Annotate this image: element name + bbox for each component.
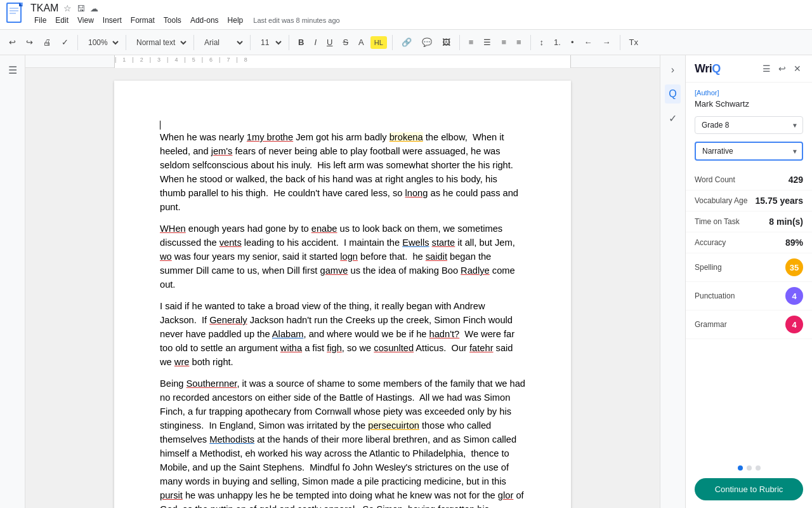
- wriq-footer: Continue to Rubric: [686, 458, 812, 508]
- menu-help[interactable]: Help: [224, 14, 247, 27]
- word-count-row: Word Count 429: [686, 170, 812, 190]
- paragraph-4: Being Southernner, it was a source of sh…: [160, 377, 525, 508]
- error-span-20: Southernner: [187, 378, 237, 389]
- wriq-back-button[interactable]: ↩: [776, 62, 788, 76]
- sidebar-pages-button[interactable]: ☰: [4, 60, 21, 80]
- wriq-header-icons: ☰ ↩ ✕: [761, 62, 803, 76]
- menu-addons[interactable]: Add-ons: [187, 14, 223, 27]
- dot-2[interactable]: [747, 465, 752, 471]
- svg-rect-3: [10, 10, 18, 11]
- bold-button[interactable]: B: [294, 35, 308, 50]
- font-size-select[interactable]: 11101214: [256, 36, 284, 50]
- error-span-7: starte: [432, 237, 455, 248]
- time-row: Time on Task 8 min(s): [686, 211, 812, 232]
- doc-title[interactable]: TKAM: [30, 3, 58, 14]
- star-icon[interactable]: ☆: [63, 3, 72, 13]
- word-count-label: Word Count: [695, 175, 735, 184]
- italic-button[interactable]: I: [310, 35, 320, 50]
- link-span-2: Alabam: [272, 329, 304, 339]
- divider-8: [530, 35, 531, 50]
- wriq-panel: WriQ ☰ ↩ ✕ [Author] Mark Schwartz Grade …: [685, 55, 812, 508]
- wriq-toggle-button[interactable]: Q: [665, 84, 680, 104]
- metrics-section: Word Count 429 Vocabulary Age 15.75 year…: [686, 164, 812, 344]
- spellcheck-button[interactable]: ✓: [58, 35, 72, 50]
- error-span-22: glor: [498, 490, 513, 500]
- text-cursor: [160, 121, 160, 130]
- mode-dropdown[interactable]: Narrative Informative Argumentative ▼: [695, 142, 803, 161]
- error-span-12: Radlye: [461, 265, 490, 276]
- dot-3[interactable]: [756, 465, 761, 471]
- indent-decrease-button[interactable]: ←: [580, 35, 596, 50]
- menu-file[interactable]: File: [30, 14, 50, 27]
- font-select[interactable]: ArialTimes New RomanVerdana: [199, 36, 245, 50]
- dot-1[interactable]: [738, 465, 743, 471]
- toolbar: ↩ ↪ 🖨 ✓ 100%75%125% Normal textHeading 1…: [0, 30, 812, 55]
- image-button[interactable]: 🖼: [438, 35, 454, 50]
- continue-to-rubric-button[interactable]: Continue to Rubric: [695, 478, 803, 500]
- numbered-list-button[interactable]: 1.: [550, 35, 565, 50]
- link-span-3: Methodists: [209, 434, 254, 444]
- comment-button[interactable]: 💬: [418, 35, 436, 50]
- grade-dropdown[interactable]: Grade 8 Grade 6 Grade 7 Grade 9 Grade 10…: [695, 116, 803, 134]
- wriq-close-button[interactable]: ✕: [792, 62, 803, 76]
- link-button[interactable]: 🔗: [398, 35, 416, 50]
- indent-increase-button[interactable]: →: [599, 35, 615, 50]
- highlight-span: brokena: [390, 132, 423, 142]
- error-span-9: logn: [340, 251, 358, 262]
- menu-edit[interactable]: Edit: [51, 14, 72, 27]
- divider-6: [392, 35, 393, 50]
- paragraph-1: When he was nearly 1my brothe Jem got hi…: [160, 130, 525, 214]
- cloud-icon: ☁: [90, 4, 98, 13]
- align-left-button[interactable]: ≡: [465, 35, 478, 50]
- menu-tools[interactable]: Tools: [160, 14, 185, 27]
- justify-button[interactable]: ≡: [513, 35, 525, 50]
- redo-button[interactable]: ↪: [22, 35, 37, 50]
- divider-1: [77, 35, 78, 50]
- error-span-5: enabe: [311, 224, 337, 234]
- menu-view[interactable]: View: [74, 14, 98, 27]
- align-right-button[interactable]: ≡: [497, 35, 510, 50]
- document-page[interactable]: When he was nearly 1my brothe Jem got hi…: [114, 81, 571, 508]
- menu-insert[interactable]: Insert: [99, 14, 126, 27]
- doc-title-area: TKAM ☆ 🖫 ☁ File Edit View Insert Format …: [30, 3, 340, 27]
- mode-select[interactable]: Narrative Informative Argumentative: [695, 142, 803, 161]
- punctuation-badge: 4: [785, 287, 803, 305]
- error-span-8: wo: [160, 251, 172, 262]
- menu-format[interactable]: Format: [127, 14, 159, 27]
- svg-rect-4: [10, 13, 16, 14]
- top-bar: TKAM ☆ 🖫 ☁ File Edit View Insert Format …: [0, 0, 812, 30]
- ruler: | 1 | 2 | 3 | 4 | 5 | 6 | 7 | 8: [25, 55, 660, 68]
- grammar-row: Grammar 4: [686, 311, 812, 339]
- check-button[interactable]: ✓: [665, 109, 681, 128]
- error-span: 1my brothe: [247, 132, 293, 142]
- document-area[interactable]: | 1 | 2 | 3 | 4 | 5 | 6 | 7 | 8 When he …: [25, 55, 660, 508]
- grammar-label: Grammar: [695, 320, 727, 329]
- divider-5: [289, 35, 289, 50]
- undo-button[interactable]: ↩: [5, 35, 20, 50]
- error-span-14: hadn't?: [429, 329, 460, 339]
- print-button[interactable]: 🖨: [39, 35, 55, 50]
- line-spacing-button[interactable]: ↕: [536, 35, 548, 50]
- bullet-list-button[interactable]: •: [567, 35, 578, 50]
- divider-4: [250, 35, 251, 50]
- highlight-button[interactable]: HL: [370, 36, 387, 49]
- style-select[interactable]: Normal textHeading 1Heading 2: [131, 36, 188, 50]
- grade-select[interactable]: Grade 8 Grade 6 Grade 7 Grade 9 Grade 10: [695, 116, 803, 134]
- zoom-select[interactable]: 100%75%125%: [83, 36, 121, 50]
- text-color-button[interactable]: A: [355, 35, 368, 50]
- spelling-label: Spelling: [695, 263, 722, 272]
- clear-formatting-button[interactable]: Tx: [625, 35, 642, 50]
- docs-logo: [5, 3, 25, 27]
- paragraph-2: WHen enough years had gone by to enabe u…: [160, 222, 525, 291]
- error-span-16: figh: [327, 343, 342, 353]
- strikethrough-button[interactable]: S: [339, 35, 352, 50]
- highlight-2: persecuirton: [368, 420, 419, 431]
- underline-button[interactable]: U: [323, 35, 336, 50]
- grammar-badge: 4: [785, 316, 803, 333]
- expand-panel-button[interactable]: ›: [667, 60, 678, 79]
- align-center-button[interactable]: ☰: [480, 35, 495, 50]
- last-edit: Last edit was 8 minutes ago: [253, 14, 339, 27]
- error-span-3: lnong: [405, 188, 428, 198]
- wriq-menu-button[interactable]: ☰: [761, 62, 773, 76]
- document-body[interactable]: When he was nearly 1my brothe Jem got hi…: [160, 130, 525, 508]
